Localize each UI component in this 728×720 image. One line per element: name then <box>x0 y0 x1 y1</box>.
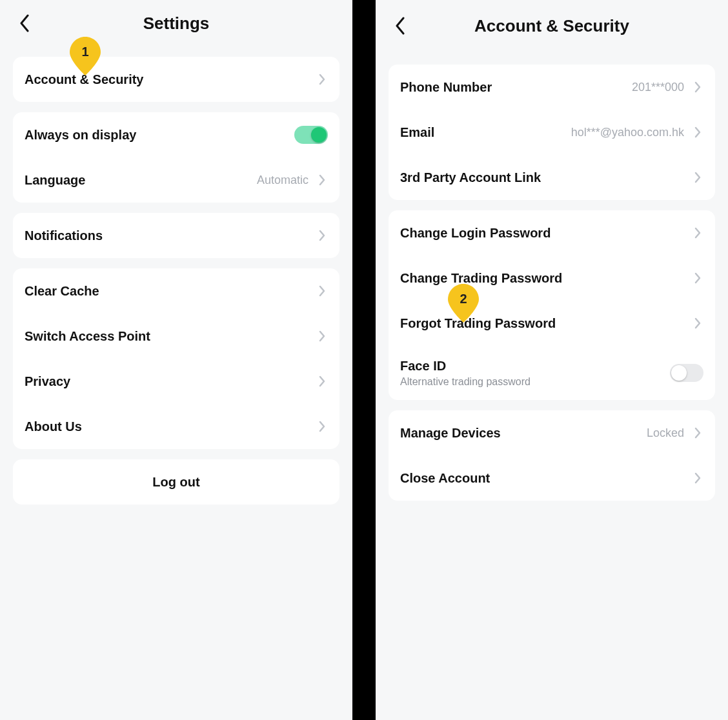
row-label: Privacy <box>25 374 70 389</box>
row-phone-number[interactable]: Phone Number 201***000 <box>389 65 715 110</box>
always-on-display-toggle[interactable] <box>294 126 328 144</box>
settings-group-notifications: Notifications <box>13 213 339 258</box>
row-switch-access-point[interactable]: Switch Access Point <box>13 314 339 359</box>
row-label: Email <box>400 125 434 140</box>
row-label: Phone Number <box>400 80 492 95</box>
row-label: Close Account <box>400 471 490 486</box>
row-3rd-party-link[interactable]: 3rd Party Account Link <box>389 155 715 200</box>
row-label: Manage Devices <box>400 426 501 441</box>
row-change-trading-password[interactable]: Change Trading Password <box>389 255 715 301</box>
row-label: Forgot Trading Password <box>400 316 556 331</box>
chevron-right-icon <box>316 330 328 342</box>
face-id-toggle[interactable] <box>670 364 703 382</box>
settings-group-display: Always on display Language Automatic <box>13 112 339 203</box>
chevron-right-icon <box>316 375 328 387</box>
row-notifications[interactable]: Notifications <box>13 213 339 258</box>
chevron-right-icon <box>316 421 328 432</box>
row-change-login-password[interactable]: Change Login Password <box>389 210 715 255</box>
chevron-right-icon <box>316 174 328 186</box>
settings-content: Account & Security Always on display Lan… <box>0 57 352 505</box>
chevron-right-icon <box>316 74 328 85</box>
account-security-screen: Account & Security Phone Number 201***00… <box>376 0 728 720</box>
page-title: Account & Security <box>376 16 728 36</box>
settings-screen: Settings Account & Security Always on di… <box>0 0 352 720</box>
row-face-id[interactable]: Face ID Alternative trading password <box>389 346 715 400</box>
page-title: Settings <box>0 14 352 34</box>
row-language[interactable]: Language Automatic <box>13 157 339 203</box>
row-label: Switch Access Point <box>25 329 150 344</box>
row-label: Notifications <box>25 228 103 243</box>
row-close-account[interactable]: Close Account <box>389 455 715 501</box>
row-value: 201***000 <box>632 81 684 94</box>
row-label: Change Login Password <box>400 226 551 241</box>
settings-group-misc: Clear Cache Switch Access Point Privacy <box>13 268 339 449</box>
row-label: Face ID <box>400 359 531 374</box>
row-clear-cache[interactable]: Clear Cache <box>13 268 339 314</box>
chevron-right-icon <box>692 427 703 439</box>
row-label: 3rd Party Account Link <box>400 170 541 185</box>
header: Settings <box>0 0 352 46</box>
toggle-knob <box>311 127 327 143</box>
chevron-right-icon <box>692 81 703 93</box>
chevron-right-icon <box>692 172 703 183</box>
row-about-us[interactable]: About Us <box>13 404 339 449</box>
logout-button[interactable]: Log out <box>13 459 339 505</box>
chevron-right-icon <box>692 227 703 239</box>
row-value: Locked <box>647 426 684 440</box>
row-label: Language <box>25 173 85 188</box>
chevron-right-icon <box>692 472 703 484</box>
account-group-devices: Manage Devices Locked Close Account <box>389 410 715 501</box>
row-label: Account & Security <box>25 72 143 87</box>
toggle-knob <box>671 365 687 381</box>
chevron-right-icon <box>692 317 703 329</box>
row-label: Always on display <box>25 128 136 143</box>
account-security-content: Phone Number 201***000 Email hol***@yaho… <box>376 65 728 501</box>
row-label: Clear Cache <box>25 284 99 299</box>
chevron-right-icon <box>692 126 703 138</box>
row-value: Automatic <box>257 174 308 187</box>
chevron-left-icon <box>394 17 406 35</box>
settings-group-account: Account & Security <box>13 57 339 102</box>
row-label: About Us <box>25 419 82 434</box>
account-group-passwords: Change Login Password Change Trading Pas… <box>389 210 715 400</box>
row-always-on-display[interactable]: Always on display <box>13 112 339 157</box>
row-email[interactable]: Email hol***@yahoo.com.hk <box>389 110 715 155</box>
screens-divider <box>352 0 376 720</box>
chevron-left-icon <box>19 14 30 32</box>
row-label: Change Trading Password <box>400 271 562 286</box>
row-privacy[interactable]: Privacy <box>13 359 339 404</box>
row-forgot-trading-password[interactable]: Forgot Trading Password <box>389 301 715 346</box>
row-manage-devices[interactable]: Manage Devices Locked <box>389 410 715 455</box>
row-account-security[interactable]: Account & Security <box>13 57 339 102</box>
chevron-right-icon <box>692 272 703 284</box>
header: Account & Security <box>376 0 728 52</box>
row-sublabel: Alternative trading password <box>400 376 531 388</box>
back-button[interactable] <box>389 14 412 37</box>
chevron-right-icon <box>316 230 328 241</box>
account-group-identity: Phone Number 201***000 Email hol***@yaho… <box>389 65 715 200</box>
chevron-right-icon <box>316 285 328 297</box>
row-value: hol***@yahoo.com.hk <box>571 126 684 139</box>
logout-label: Log out <box>152 475 199 490</box>
back-button[interactable] <box>13 12 36 35</box>
